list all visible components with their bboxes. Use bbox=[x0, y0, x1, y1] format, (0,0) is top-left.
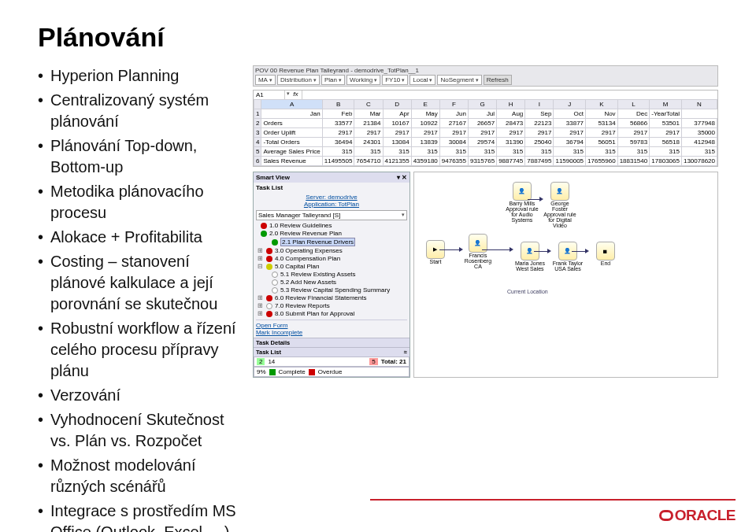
refresh-button[interactable]: Refresh bbox=[484, 75, 512, 85]
tree-item[interactable]: 2.0 Review Revenue Plan bbox=[256, 230, 407, 237]
tree-item[interactable]: 5.3 Review Capital Spending Summary bbox=[256, 286, 407, 294]
cell[interactable]: 27167 bbox=[439, 119, 468, 128]
cell[interactable]: 33877 bbox=[554, 119, 586, 128]
cell[interactable]: 2917 bbox=[497, 128, 525, 138]
cell[interactable]: 59783 bbox=[617, 138, 650, 147]
cell[interactable]: 21384 bbox=[354, 119, 383, 128]
cell[interactable]: 17803065 bbox=[650, 157, 682, 166]
row-number[interactable]: 5 bbox=[254, 147, 261, 157]
cell[interactable]: 2917 bbox=[554, 128, 586, 138]
cell[interactable]: 377948 bbox=[681, 119, 717, 128]
cell[interactable]: 315 bbox=[681, 147, 717, 157]
cell[interactable]: 2917 bbox=[354, 128, 383, 138]
col-header[interactable]: C bbox=[354, 100, 383, 109]
cell[interactable]: 13839 bbox=[411, 138, 439, 147]
cell[interactable]: 315 bbox=[322, 147, 354, 157]
cell[interactable]: 31390 bbox=[497, 138, 525, 147]
cell[interactable]: 315 bbox=[439, 147, 468, 157]
cell[interactable]: 4121355 bbox=[383, 157, 411, 166]
col-header[interactable]: J bbox=[554, 100, 586, 109]
cell[interactable]: 29574 bbox=[468, 138, 496, 147]
close-icon[interactable]: ▾ ✕ bbox=[397, 174, 407, 181]
col-header[interactable]: B bbox=[322, 100, 354, 109]
cell[interactable]: 9315765 bbox=[468, 157, 496, 166]
cell[interactable]: 53134 bbox=[586, 119, 618, 128]
formula-bar[interactable] bbox=[302, 91, 717, 99]
cell[interactable]: 10167 bbox=[383, 119, 411, 128]
pov-selector[interactable]: Working▾ bbox=[346, 75, 380, 85]
cell[interactable]: 30084 bbox=[439, 138, 468, 147]
row-number[interactable]: 2 bbox=[254, 119, 261, 128]
cell[interactable]: 25040 bbox=[525, 138, 554, 147]
collapse-icon[interactable]: ≈ bbox=[404, 349, 407, 356]
col-header[interactable]: A bbox=[261, 100, 322, 109]
cell[interactable]: 2917 bbox=[650, 128, 682, 138]
cell[interactable]: 2917 bbox=[439, 128, 468, 138]
pov-selector[interactable]: Plan▾ bbox=[321, 75, 345, 85]
tree-item[interactable]: 5.2 Add New Assets bbox=[256, 279, 407, 286]
cell[interactable]: 2917 bbox=[322, 128, 354, 138]
tree-item[interactable]: ⊟5.0 Capital Plan bbox=[256, 263, 407, 270]
tree-item[interactable]: 2.1 Plan Revenue Drivers bbox=[256, 238, 407, 246]
col-header[interactable]: N bbox=[681, 100, 717, 109]
cell[interactable]: 10922 bbox=[411, 119, 439, 128]
cell[interactable]: 315 bbox=[525, 147, 554, 157]
cell[interactable]: 22123 bbox=[525, 119, 554, 128]
col-header[interactable]: H bbox=[497, 100, 525, 109]
cell[interactable]: 2917 bbox=[586, 128, 618, 138]
cell[interactable]: 2917 bbox=[383, 128, 411, 138]
col-header[interactable]: M bbox=[650, 100, 682, 109]
tree-item[interactable]: ⊞4.0 Compensation Plan bbox=[256, 255, 407, 262]
col-header[interactable]: F bbox=[439, 100, 468, 109]
cell[interactable]: 315 bbox=[554, 147, 586, 157]
cell[interactable]: 56051 bbox=[586, 138, 618, 147]
cell[interactable]: 7654710 bbox=[354, 157, 383, 166]
cell[interactable]: 17655960 bbox=[586, 157, 618, 166]
cell[interactable]: 2917 bbox=[617, 128, 650, 138]
cell[interactable]: 4359180 bbox=[411, 157, 439, 166]
col-header[interactable]: E bbox=[411, 100, 439, 109]
cell[interactable]: 36494 bbox=[322, 138, 354, 147]
pov-selector[interactable]: FY10▾ bbox=[382, 75, 408, 85]
row-number[interactable]: 4 bbox=[254, 138, 261, 147]
tree-item[interactable]: 1.0 Review Guidelines bbox=[256, 222, 407, 229]
cell[interactable]: 24301 bbox=[354, 138, 383, 147]
cell[interactable]: 35000 bbox=[681, 128, 717, 138]
col-header[interactable]: G bbox=[468, 100, 496, 109]
cell[interactable]: 2917 bbox=[525, 128, 554, 138]
cell[interactable]: 18831540 bbox=[617, 157, 650, 166]
cell[interactable]: 315 bbox=[383, 147, 411, 157]
cell[interactable]: 315 bbox=[411, 147, 439, 157]
cell[interactable]: 412948 bbox=[681, 138, 717, 147]
tree-item[interactable]: ⊞8.0 Submit Plan for Approval bbox=[256, 310, 407, 317]
cell[interactable]: 315 bbox=[468, 147, 496, 157]
tree-item[interactable]: ⊞7.0 Review Reports bbox=[256, 302, 407, 309]
cell[interactable]: 33577 bbox=[322, 119, 354, 128]
col-header[interactable]: L bbox=[617, 100, 650, 109]
cell[interactable]: 9476355 bbox=[439, 157, 468, 166]
col-header[interactable]: D bbox=[383, 100, 411, 109]
cell[interactable]: 130078620 bbox=[681, 157, 717, 166]
open-form-link[interactable]: Open Form bbox=[256, 322, 407, 329]
pov-selector[interactable]: MA▾ bbox=[255, 75, 276, 85]
cell[interactable]: 315 bbox=[497, 147, 525, 157]
cell[interactable]: 315 bbox=[586, 147, 618, 157]
cell[interactable]: 56866 bbox=[617, 119, 650, 128]
tree-item[interactable]: 5.1 Review Existing Assets bbox=[256, 271, 407, 278]
app-link[interactable]: Application: TotPlan bbox=[256, 201, 407, 208]
cell[interactable]: 7887495 bbox=[525, 157, 554, 166]
server-link[interactable]: Server: demodrive bbox=[256, 194, 407, 201]
cell[interactable]: 13084 bbox=[383, 138, 411, 147]
cell[interactable]: 36794 bbox=[554, 138, 586, 147]
tree-item[interactable]: ⊞6.0 Review Financial Statements bbox=[256, 294, 407, 301]
cell[interactable]: 26657 bbox=[468, 119, 496, 128]
col-header[interactable] bbox=[254, 100, 261, 109]
cell[interactable]: 28473 bbox=[497, 119, 525, 128]
mark-incomplete-link[interactable]: Mark Incomplete bbox=[256, 329, 407, 336]
tree-item[interactable]: ⊞3.0 Operating Expenses bbox=[256, 247, 407, 254]
name-box[interactable]: A1 bbox=[254, 91, 285, 99]
role-select[interactable]: Sales Manager Talleyrand [S]▾ bbox=[256, 210, 407, 220]
cell[interactable]: 56518 bbox=[650, 138, 682, 147]
pov-selector[interactable]: Distribution▾ bbox=[277, 75, 320, 85]
row-number[interactable]: 6 bbox=[254, 157, 261, 166]
